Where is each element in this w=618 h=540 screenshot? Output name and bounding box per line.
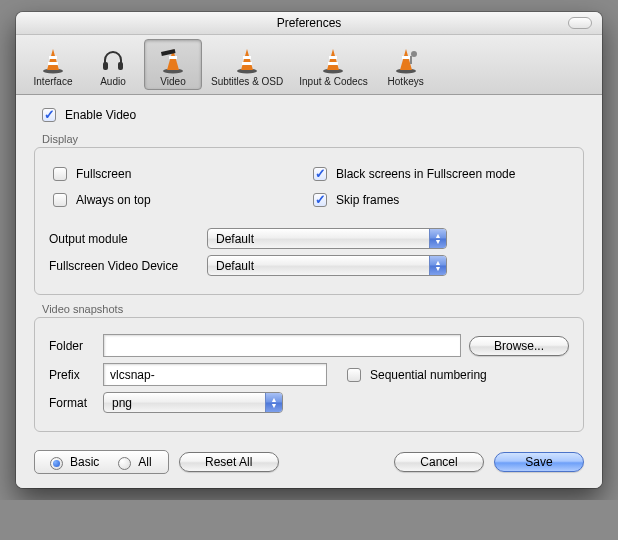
display-group-title: Display xyxy=(42,133,584,145)
svg-rect-4 xyxy=(103,62,108,70)
browse-button[interactable]: Browse... xyxy=(469,336,569,356)
toolbar-item-interface[interactable]: Interface xyxy=(24,39,82,90)
always-on-top-label: Always on top xyxy=(76,193,151,207)
display-group: Display Fullscreen Alwa xyxy=(34,133,584,295)
cone-clapper-icon xyxy=(158,44,188,74)
always-on-top-checkbox[interactable]: Always on top xyxy=(49,190,151,210)
svg-rect-8 xyxy=(169,56,177,59)
enable-video-label: Enable Video xyxy=(65,108,136,122)
sequential-input[interactable] xyxy=(347,368,361,382)
format-label: Format xyxy=(49,396,95,410)
scope-all-label: All xyxy=(138,455,151,469)
titlebar-pill-button[interactable] xyxy=(568,17,592,29)
toolbar-label: Input & Codecs xyxy=(299,76,367,87)
black-screens-checkbox[interactable]: Black screens in Fullscreen mode xyxy=(309,164,515,184)
save-button[interactable]: Save xyxy=(494,452,584,472)
svg-rect-17 xyxy=(328,62,338,65)
toolbar-item-audio[interactable]: Audio xyxy=(84,39,142,90)
cancel-button[interactable]: Cancel xyxy=(394,452,484,472)
content-area: Enable Video Display Fullscreen xyxy=(16,95,602,488)
prefix-label: Prefix xyxy=(49,368,95,382)
toolbar-item-subtitles[interactable]: Subtitles & OSD xyxy=(204,39,290,90)
enable-video-checkbox[interactable]: Enable Video xyxy=(38,105,136,125)
black-screens-label: Black screens in Fullscreen mode xyxy=(336,167,515,181)
toolbar-item-hotkeys[interactable]: Hotkeys xyxy=(377,39,435,90)
folder-label: Folder xyxy=(49,339,95,353)
fullscreen-checkbox[interactable]: Fullscreen xyxy=(49,164,131,184)
svg-rect-12 xyxy=(243,56,251,59)
cone-icon xyxy=(232,44,262,74)
cone-icon xyxy=(38,44,68,74)
skip-frames-input[interactable] xyxy=(313,193,327,207)
scope-segmented: Basic All xyxy=(34,450,169,474)
svg-rect-3 xyxy=(48,62,58,65)
svg-marker-11 xyxy=(241,49,253,70)
format-select-input[interactable]: png xyxy=(103,392,283,413)
svg-rect-2 xyxy=(49,56,57,59)
fs-device-select-input[interactable]: Default xyxy=(207,255,447,276)
output-module-select[interactable]: Default ▲▼ xyxy=(207,228,447,249)
toolbar: Interface Audio Video Subtitles & OSD In… xyxy=(16,35,602,95)
footer: Basic All Reset All Cancel Save xyxy=(34,450,584,474)
reset-all-button[interactable]: Reset All xyxy=(179,452,279,472)
fullscreen-input[interactable] xyxy=(53,167,67,181)
svg-rect-5 xyxy=(118,62,123,70)
svg-rect-20 xyxy=(402,56,410,59)
sequential-label: Sequential numbering xyxy=(370,368,487,382)
snapshots-group-title: Video snapshots xyxy=(42,303,584,315)
headphones-icon xyxy=(98,44,128,74)
output-module-select-input[interactable]: Default xyxy=(207,228,447,249)
fs-device-label: Fullscreen Video Device xyxy=(49,259,199,273)
titlebar: Preferences xyxy=(16,12,602,35)
scope-all-radio[interactable]: All xyxy=(113,454,151,470)
scope-all-input[interactable] xyxy=(118,457,131,470)
toolbar-label: Video xyxy=(160,76,185,87)
skip-frames-checkbox[interactable]: Skip frames xyxy=(309,190,399,210)
black-screens-input[interactable] xyxy=(313,167,327,181)
toolbar-item-video[interactable]: Video xyxy=(144,39,202,90)
window-title: Preferences xyxy=(277,16,342,30)
svg-rect-22 xyxy=(410,56,412,64)
svg-rect-16 xyxy=(329,56,337,59)
toolbar-label: Audio xyxy=(100,76,126,87)
format-select[interactable]: png ▲▼ xyxy=(103,392,283,413)
folder-input[interactable] xyxy=(103,334,461,357)
output-module-label: Output module xyxy=(49,232,199,246)
skip-frames-label: Skip frames xyxy=(336,193,399,207)
svg-marker-1 xyxy=(47,49,59,70)
toolbar-label: Hotkeys xyxy=(388,76,424,87)
svg-rect-13 xyxy=(242,62,252,65)
preferences-window: Preferences Interface Audio Video Sub xyxy=(16,12,602,488)
svg-marker-15 xyxy=(327,49,339,70)
cone-key-icon xyxy=(391,44,421,74)
scope-basic-input[interactable] xyxy=(50,457,63,470)
fullscreen-label: Fullscreen xyxy=(76,167,131,181)
always-on-top-input[interactable] xyxy=(53,193,67,207)
prefix-input[interactable] xyxy=(103,363,327,386)
snapshots-group: Video snapshots Folder Browse... Prefix … xyxy=(34,303,584,432)
sequential-checkbox[interactable]: Sequential numbering xyxy=(343,365,487,385)
cone-icon xyxy=(318,44,348,74)
enable-video-input[interactable] xyxy=(42,108,56,122)
toolbar-label: Interface xyxy=(34,76,73,87)
toolbar-item-input-codecs[interactable]: Input & Codecs xyxy=(292,39,374,90)
scope-basic-radio[interactable]: Basic xyxy=(45,454,99,470)
scope-basic-label: Basic xyxy=(70,455,99,469)
toolbar-label: Subtitles & OSD xyxy=(211,76,283,87)
fs-device-select[interactable]: Default ▲▼ xyxy=(207,255,447,276)
